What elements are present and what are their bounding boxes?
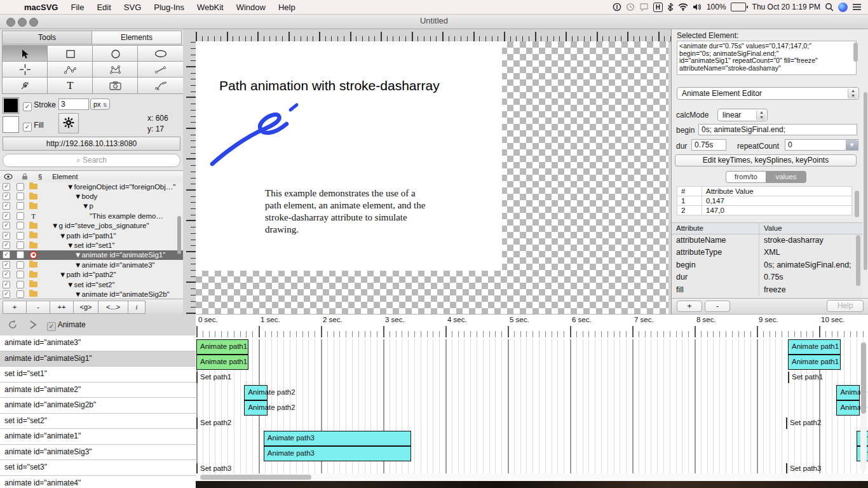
cursor-tool[interactable] (2, 45, 48, 62)
attribute-table-row[interactable]: dur0.75s (672, 271, 862, 283)
visibility-checkbox[interactable]: ✓ (3, 241, 10, 249)
tree-row[interactable]: ✓▼set id="set2" (0, 280, 183, 289)
attribute-table-row[interactable]: attributeTypeXML (672, 247, 862, 259)
wifi-icon[interactable] (678, 3, 688, 11)
animation-block[interactable]: Animate path2 (836, 400, 859, 416)
values-table-row[interactable]: 10,147 (677, 196, 852, 206)
ellipse-tool[interactable] (137, 45, 184, 62)
segment-values[interactable]: values (766, 171, 806, 183)
visibility-checkbox[interactable]: ✓ (3, 222, 10, 229)
animation-list-item[interactable]: set id="set1" (0, 367, 196, 383)
minimize-window-button[interactable] (18, 18, 27, 27)
set-block-label[interactable]: Set path3 (200, 464, 231, 472)
stroke-width-input[interactable]: 3 (58, 98, 89, 110)
spotlight-icon[interactable] (825, 3, 834, 11)
fill-checkbox[interactable]: ✓ Fill (23, 121, 44, 132)
lock-checkbox[interactable] (17, 241, 24, 249)
server-url-button[interactable]: http://192.168.10.113:8080 (3, 137, 180, 151)
lock-checkbox[interactable] (17, 202, 24, 210)
animation-list-item[interactable]: animate id="animate2" (0, 383, 196, 398)
set-block-label[interactable]: Set path2 (200, 419, 231, 426)
panel-scrollbar-thumb[interactable] (864, 92, 867, 270)
edit-button-+[interactable]: + (3, 301, 27, 314)
set-block-label[interactable]: Set path3 (790, 464, 821, 472)
attribute-table-row[interactable]: attributeNamestroke-dasharray (672, 234, 862, 247)
time-machine-icon[interactable] (626, 3, 635, 11)
edit-button-[interactable]: <...> (98, 301, 128, 314)
stroke-checkbox[interactable]: ✓ Stroke (23, 100, 56, 111)
menu-help[interactable]: Help (272, 1, 302, 14)
attribute-table-row[interactable]: fillfreeze (672, 284, 862, 296)
menu-edit[interactable]: Edit (90, 1, 117, 14)
menu-svg[interactable]: SVG (118, 1, 147, 14)
animation-block[interactable]: Animate path2 (836, 385, 859, 400)
visibility-checkbox[interactable]: ✓ (3, 251, 10, 259)
svg-paragraph-text[interactable]: This example demonstrates the use of a p… (265, 187, 433, 236)
visibility-checkbox[interactable]: ✓ (3, 183, 10, 191)
remove-attribute-button[interactable]: - (705, 301, 730, 312)
tree-row[interactable]: ✓▼animate id="animate3" (0, 260, 183, 269)
circle-tool[interactable] (92, 45, 139, 62)
animation-list-item[interactable]: animate id="animate3" (0, 336, 196, 351)
notification-center-icon[interactable] (852, 3, 862, 11)
stroke-unit-stepper[interactable]: px ⇅ (90, 98, 110, 110)
animation-list-item[interactable]: animate id="animateSig1" (0, 351, 196, 367)
visibility-checkbox[interactable]: ✓ (3, 193, 10, 200)
animation-block[interactable]: Animate path3 (264, 446, 411, 461)
tab-tools[interactable]: Tools (2, 30, 92, 44)
search-input[interactable]: ⌕ Search (3, 154, 180, 167)
animation-block[interactable]: Animate path2 (244, 400, 267, 416)
edit-button-i[interactable]: i (128, 301, 146, 314)
lock-checkbox[interactable] (17, 222, 24, 229)
animation-list-item[interactable]: set id="set2" (0, 414, 196, 430)
edit-button-++[interactable]: ++ (50, 301, 74, 314)
add-attribute-button[interactable]: + (677, 301, 702, 312)
set-block-label[interactable]: Set path1 (200, 373, 231, 381)
lock-checkbox[interactable] (17, 281, 24, 288)
tree-row[interactable]: ✓▼path id="path2" (0, 270, 183, 280)
tree-row[interactable]: ✓▼g id="steve_jobs_signature" (0, 221, 183, 231)
window-title-bar[interactable]: Untitled (0, 14, 868, 29)
attr-scrollbar-thumb[interactable] (856, 235, 860, 286)
tree-row[interactable]: ✓▼animate id="animateSig1" (0, 250, 183, 260)
tree-row[interactable]: ✓▼set id="set1" (0, 240, 183, 250)
plugin-tool[interactable] (2, 77, 48, 94)
text-tool[interactable]: T (47, 77, 93, 94)
menu-macsvg[interactable]: macSVG (18, 1, 64, 14)
reload-animation-icon[interactable] (8, 320, 18, 330)
animation-list-item[interactable]: animate id="animateSig3" (0, 445, 196, 461)
menu-file[interactable]: File (64, 1, 90, 14)
menu-clock[interactable]: Thu Oct 20 1:19 PM (752, 3, 820, 11)
timeline-horizontal-scrollbar[interactable] (196, 473, 868, 481)
bluetooth-icon[interactable] (667, 3, 674, 11)
tree-row[interactable]: ✓▼body (0, 191, 183, 201)
lock-checkbox[interactable] (17, 232, 24, 240)
crosshair-tool[interactable] (2, 61, 48, 78)
edit-button-[interactable]: - (26, 301, 50, 314)
segment-fromto[interactable]: from/to (726, 171, 766, 183)
menu-webkit[interactable]: WebKit (191, 1, 230, 14)
line-tool[interactable] (137, 61, 184, 78)
tree-row[interactable]: ✓▼p (0, 201, 183, 211)
animation-block[interactable]: Animate path1 (196, 339, 248, 355)
settings-gear-button[interactable] (58, 113, 79, 133)
volume-icon[interactable] (693, 3, 702, 11)
tree-row[interactable]: ✓▼path id="path1" (0, 231, 183, 240)
animation-list-item[interactable]: animate id="animate1" (0, 429, 196, 445)
animation-block[interactable]: Animate path2 (244, 385, 267, 400)
visibility-checkbox[interactable]: ✓ (3, 261, 10, 269)
keyboard-viewer-icon[interactable]: H (653, 3, 663, 12)
values-scrollbar-thumb[interactable] (855, 191, 859, 217)
calcmode-dropdown[interactable]: linear▲▼ (717, 109, 768, 121)
animation-list-item[interactable]: set id="set3" (0, 460, 196, 476)
polyline-tool[interactable] (47, 61, 93, 78)
animate-checkbox[interactable]: ✓ Animate (47, 320, 86, 331)
animation-block[interactable]: Animate path1 (788, 339, 841, 355)
lock-checkbox[interactable] (17, 183, 24, 191)
play-animation-icon[interactable] (29, 320, 37, 329)
lock-checkbox[interactable] (17, 261, 24, 269)
info-circle-icon[interactable] (613, 3, 621, 11)
visibility-checkbox[interactable]: ✓ (3, 290, 10, 298)
lock-checkbox[interactable] (17, 212, 24, 220)
animation-block[interactable]: Animate path1 (196, 355, 248, 370)
